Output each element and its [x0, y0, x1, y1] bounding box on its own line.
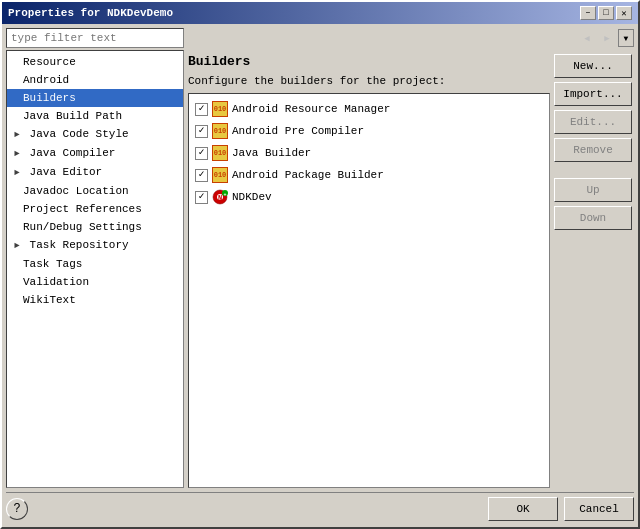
sidebar-item-java-code-style[interactable]: ► Java Code Style [7, 125, 183, 144]
sidebar-item-android[interactable]: Android [7, 71, 183, 89]
svg-text:N: N [218, 194, 222, 202]
main-window: Properties for NDKDevDemo – □ ✕ Resource… [0, 0, 640, 529]
panel-title: Builders [188, 54, 550, 69]
left-panel: Resource Android Builders Java Build Pat… [6, 28, 184, 488]
checkbox-android-pre-compiler[interactable] [195, 125, 208, 138]
edit-button[interactable]: Edit... [554, 110, 632, 134]
sidebar-item-java-editor[interactable]: ► Java Editor [7, 163, 183, 182]
ant-icon-android-pre-compiler: 010 [212, 123, 228, 139]
down-button[interactable]: Down [554, 206, 632, 230]
window-content: Resource Android Builders Java Build Pat… [2, 24, 638, 527]
builders-list: 010 Android Resource Manager 010 Android… [188, 93, 550, 488]
sidebar-item-wikitext[interactable]: WikiText [7, 291, 183, 309]
ant-icon-java-builder: 010 [212, 145, 228, 161]
right-panel: ◀ ▶ ▼ Builders Configure the builders fo… [188, 28, 634, 488]
nav-dropdown[interactable]: ▼ [618, 29, 634, 47]
builders-panel: Builders Configure the builders for the … [188, 54, 550, 488]
sidebar-item-project-references[interactable]: Project References [7, 200, 183, 218]
cancel-button[interactable]: Cancel [564, 497, 634, 521]
sidebar-item-task-tags[interactable]: Task Tags [7, 255, 183, 273]
builder-item-android-package-builder[interactable]: 010 Android Package Builder [193, 164, 545, 186]
new-button[interactable]: New... [554, 54, 632, 78]
action-buttons: New... Import... Edit... Remove Up Down [554, 54, 634, 488]
back-button[interactable]: ◀ [578, 29, 596, 47]
builder-item-ndkdev[interactable]: N + NDKDev [193, 186, 545, 208]
builder-name-android-resource-manager: Android Resource Manager [232, 100, 390, 118]
builder-item-android-resource-manager[interactable]: 010 Android Resource Manager [193, 98, 545, 120]
forward-button[interactable]: ▶ [598, 29, 616, 47]
ok-button[interactable]: OK [488, 497, 558, 521]
sidebar-item-builders[interactable]: Builders [7, 89, 183, 107]
sidebar-item-task-repository[interactable]: ► Task Repository [7, 236, 183, 255]
builder-name-ndkdev: NDKDev [232, 188, 272, 206]
checkbox-ndkdev[interactable] [195, 191, 208, 204]
filter-input[interactable] [6, 28, 184, 48]
panel-description: Configure the builders for the project: [188, 75, 550, 87]
maximize-button[interactable]: □ [598, 6, 614, 20]
builder-name-android-package-builder: Android Package Builder [232, 166, 384, 184]
window-title: Properties for NDKDevDemo [8, 7, 173, 19]
ant-icon-android-package-builder: 010 [212, 167, 228, 183]
remove-button[interactable]: Remove [554, 138, 632, 162]
tree-panel: Resource Android Builders Java Build Pat… [6, 50, 184, 488]
content-area: Builders Configure the builders for the … [188, 54, 634, 488]
svg-text:+: + [223, 192, 226, 198]
sidebar-item-resource[interactable]: Resource [7, 53, 183, 71]
import-button[interactable]: Import... [554, 82, 632, 106]
checkbox-android-resource-manager[interactable] [195, 103, 208, 116]
sidebar-item-java-build-path[interactable]: Java Build Path [7, 107, 183, 125]
sidebar-item-javadoc-location[interactable]: Javadoc Location [7, 182, 183, 200]
ndkdev-icon: N + [212, 189, 228, 205]
builder-name-android-pre-compiler: Android Pre Compiler [232, 122, 364, 140]
builder-item-java-builder[interactable]: 010 Java Builder [193, 142, 545, 164]
up-button[interactable]: Up [554, 178, 632, 202]
builder-item-android-pre-compiler[interactable]: 010 Android Pre Compiler [193, 120, 545, 142]
minimize-button[interactable]: – [580, 6, 596, 20]
bottom-bar: ? OK Cancel [6, 492, 634, 523]
ant-icon-android-resource-manager: 010 [212, 101, 228, 117]
sidebar-item-java-compiler[interactable]: ► Java Compiler [7, 144, 183, 163]
help-button[interactable]: ? [6, 498, 28, 520]
checkbox-android-package-builder[interactable] [195, 169, 208, 182]
sidebar-item-validation[interactable]: Validation [7, 273, 183, 291]
title-bar: Properties for NDKDevDemo – □ ✕ [2, 2, 638, 24]
sidebar-item-run-debug-settings[interactable]: Run/Debug Settings [7, 218, 183, 236]
checkbox-java-builder[interactable] [195, 147, 208, 160]
main-area: Resource Android Builders Java Build Pat… [6, 28, 634, 488]
nav-bar: ◀ ▶ ▼ [188, 28, 634, 48]
title-bar-buttons: – □ ✕ [580, 6, 632, 20]
bottom-buttons: OK Cancel [488, 497, 634, 521]
close-button[interactable]: ✕ [616, 6, 632, 20]
builder-name-java-builder: Java Builder [232, 144, 311, 162]
